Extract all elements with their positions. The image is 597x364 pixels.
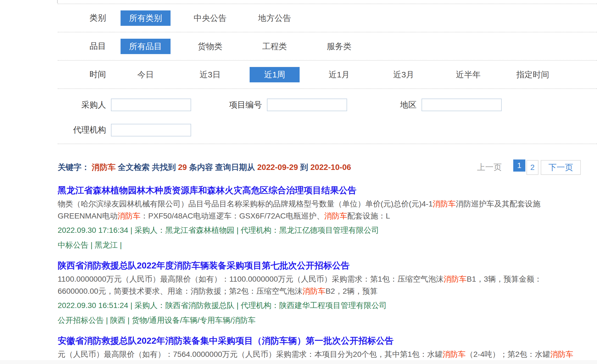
result-meta: 2022.09.30 17:16:34 | 采购人：黑龙江省森林植物园 | 代理… xyxy=(58,225,578,235)
filter-option-time-custom-range[interactable]: 指定时间 xyxy=(508,67,558,82)
pagination: 上一页 12 下一页 xyxy=(477,159,581,175)
result-title-link[interactable]: 安徽省消防救援总队2022年消防装备集中采购项目（消防车辆）第一批次公开招标公告 xyxy=(58,335,394,346)
purchaser-input[interactable] xyxy=(111,99,191,111)
prev-page-button[interactable]: 上一页 xyxy=(477,162,502,173)
filter-option-time-last-month[interactable]: 近1月 xyxy=(314,67,364,82)
summary-segment: 29 xyxy=(178,163,187,172)
filter-option-time-last-week[interactable]: 近1周 xyxy=(250,67,300,82)
form-row-1: 采购人 项目编号 地区 xyxy=(58,89,597,116)
filter-option-time-last-3-days[interactable]: 近3日 xyxy=(185,67,235,82)
filter-option-item-goods[interactable]: 货物类 xyxy=(185,39,235,54)
search-result-item: 陕西省消防救援总队2022年度消防车辆装备采购项目第七批次公开招标公告 1100… xyxy=(58,260,578,325)
keyword-highlight: 消防车 xyxy=(444,275,467,283)
keyword-highlight: 消防车 xyxy=(550,350,573,359)
page-button-2[interactable]: 2 xyxy=(526,160,539,175)
procurement-search-page: 类别 所有类别中央公告地方公告 品目 所有品目货物类工程类服务类 时间 今日近3… xyxy=(0,0,597,364)
filter-row-label: 时间 xyxy=(58,69,106,80)
summary-row: 关键字： 消防车 全文检索 共找到 29 条内容 查询日期从 2022-09-2… xyxy=(58,144,597,175)
result-title-link[interactable]: 黑龙江省森林植物园林木种质资源库和森林火灾高危区综合治理项目结果公告 xyxy=(58,185,356,196)
main-content: 类别 所有类别中央公告地方公告 品目 所有品目货物类工程类服务类 时间 今日近3… xyxy=(58,0,597,364)
agency-label: 代理机构 xyxy=(58,124,106,136)
search-form: 采购人 项目编号 地区 代理机构 xyxy=(58,89,597,144)
result-description: 物类（哈尔滨绿友园林机械有限公司）品目号品目名称采购标的品牌规格型号数量（单位）… xyxy=(58,198,578,222)
form-row-2: 代理机构 xyxy=(58,116,597,144)
filter-option-time-today[interactable]: 今日 xyxy=(121,67,171,82)
keyword-highlight: 消防车 xyxy=(324,212,347,220)
purchaser-label: 采购人 xyxy=(58,99,106,111)
summary-segment: 到 xyxy=(298,163,310,172)
filter-rows: 类别 所有类别中央公告地方公告 品目 所有品目货物类工程类服务类 时间 今日近3… xyxy=(58,4,597,89)
summary-segment: 消防车 xyxy=(92,163,116,172)
region-label: 地区 xyxy=(400,99,417,111)
filter-options: 所有类别中央公告地方公告 xyxy=(106,10,300,26)
agency-input[interactable] xyxy=(111,124,191,136)
search-summary: 关键字： 消防车 全文检索 共找到 29 条内容 查询日期从 2022-09-2… xyxy=(58,161,351,173)
next-page-button[interactable]: 下一页 xyxy=(541,160,581,175)
filter-option-category-all[interactable]: 所有类别 xyxy=(121,10,171,26)
page-button-1[interactable]: 1 xyxy=(513,159,525,172)
filter-row-label: 类别 xyxy=(58,12,106,24)
summary-segment: 2022-09-29 xyxy=(257,163,298,172)
search-result-item: 安徽省消防救援总队2022年消防装备集中采购项目（消防车辆）第一批次公开招标公告… xyxy=(58,335,578,364)
filter-option-time-last-half-year[interactable]: 近半年 xyxy=(443,67,493,82)
result-meta: 2022.09.30 16:51:24 | 采购人：陕西省消防救援总队 | 代理… xyxy=(58,301,578,310)
result-description: 1100.0000000万元（人民币）最高限价（如有）：1100.0000000… xyxy=(58,273,578,297)
filter-option-time-last-3-months[interactable]: 近3月 xyxy=(379,67,429,82)
keyword-highlight: 消防车 xyxy=(433,200,456,208)
filter-option-category-central[interactable]: 中央公告 xyxy=(185,10,235,26)
summary-segment: 条内容 查询日期从 xyxy=(187,163,257,172)
keyword-highlight: 消防车 xyxy=(303,287,326,295)
filter-option-item-services[interactable]: 服务类 xyxy=(314,39,364,54)
filter-options: 所有品目货物类工程类服务类 xyxy=(106,39,364,54)
summary-segment: 全文检索 共找到 xyxy=(116,163,178,172)
filter-row-item: 品目 所有品目货物类工程类服务类 xyxy=(58,32,597,61)
project-number-input[interactable] xyxy=(267,99,347,111)
results-list: 黑龙江省森林植物园林木种质资源库和森林火灾高危区综合治理项目结果公告 物类（哈尔… xyxy=(58,185,578,364)
region-input[interactable] xyxy=(422,99,502,111)
keyword-highlight: 消防车 xyxy=(118,212,141,220)
filter-row-label: 品目 xyxy=(58,41,106,52)
search-result-item: 黑龙江省森林植物园林木种质资源库和森林火灾高危区综合治理项目结果公告 物类（哈尔… xyxy=(58,185,578,250)
result-tags-links[interactable]: 公开招标公告 | 陕西 | 货物/通用设备/车辆/专用车辆/消防车 xyxy=(58,315,578,325)
filter-options: 今日近3日近1周近1月近3月近半年指定时间 xyxy=(106,67,558,82)
summary-segment: 2022-10-06 xyxy=(310,163,351,172)
pager-pages: 12 xyxy=(512,159,539,175)
keyword-highlight: 消防车 xyxy=(443,350,466,359)
filter-option-category-local[interactable]: 地方公告 xyxy=(250,10,300,26)
filter-row-time: 时间 今日近3日近1周近1月近3月近半年指定时间 xyxy=(58,61,597,89)
footer-strip xyxy=(0,360,597,364)
filter-option-item-works[interactable]: 工程类 xyxy=(250,39,300,54)
filter-row-category: 类别 所有类别中央公告地方公告 xyxy=(58,4,597,32)
project-number-label: 项目编号 xyxy=(229,99,262,111)
result-tags-links[interactable]: 中标公告 | 黑龙江 | xyxy=(58,240,578,250)
result-title-link[interactable]: 陕西省消防救援总队2022年度消防车辆装备采购项目第七批次公开招标公告 xyxy=(58,260,350,271)
filter-option-item-all[interactable]: 所有品目 xyxy=(121,39,171,54)
summary-segment: 关键字： xyxy=(58,163,92,172)
